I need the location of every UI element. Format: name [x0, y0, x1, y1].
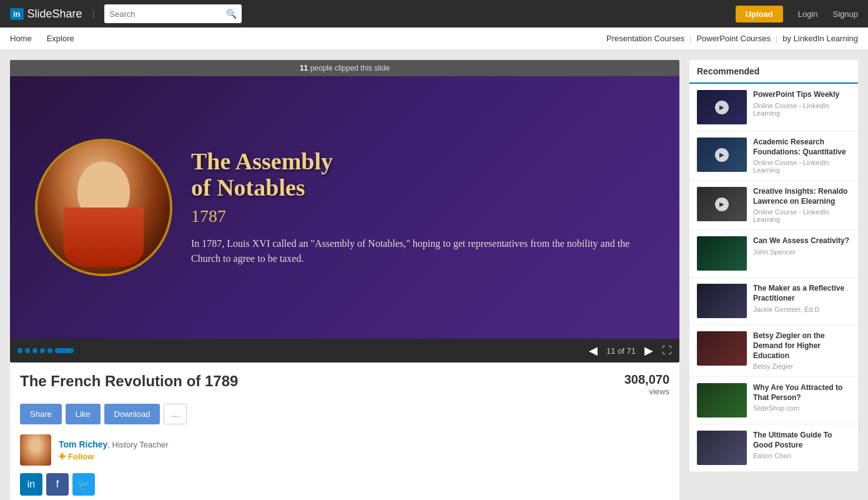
play-icon: ▶: [715, 148, 729, 162]
slide-body: In 1787, Louis XVI called an "Assembly o…: [191, 236, 661, 266]
follow-label: Follow: [68, 452, 94, 461]
rec-item-5[interactable]: Betsy Ziegler on the Demand for Higher E…: [689, 325, 858, 377]
author-section: Tom Richey, History Teacher ✚ Follow: [20, 434, 669, 466]
rec-sub-0: Online Course - LinkedIn Learning: [753, 102, 851, 117]
presentation-title: The French Revolution of 1789: [20, 372, 238, 390]
follow-button[interactable]: ✚ Follow: [59, 452, 94, 461]
rec-thumb-3: [697, 236, 747, 271]
signup-link[interactable]: Signup: [833, 9, 858, 19]
rec-item-1[interactable]: ▶ Academic Research Foundations: Quantit…: [689, 131, 858, 181]
header: in SlideShare | 🔍 Upload Login Signup: [0, 0, 868, 28]
portrait-circle: [35, 139, 172, 276]
author-avatar: [20, 434, 51, 466]
search-input[interactable]: [104, 7, 221, 21]
dot-2: [25, 348, 30, 353]
recommended-list: ▶ PowerPoint Tips Weekly Online Course -…: [689, 84, 858, 472]
prev-button[interactable]: ◀: [585, 342, 601, 359]
rec-title-6: Why Are You Attracted to That Person?: [753, 383, 851, 402]
dots-area: [17, 348, 580, 353]
search-button[interactable]: 🔍: [221, 9, 242, 19]
slide-controls: ◀ 11 of 71 ▶ ⛶: [10, 339, 679, 362]
dot-bar: [55, 348, 74, 353]
share-button[interactable]: Share: [20, 404, 62, 424]
info-section: The French Revolution of 1789 308,070 vi…: [10, 362, 679, 500]
title-views-row: The French Revolution of 1789 308,070 vi…: [20, 372, 669, 396]
dot-3: [32, 348, 37, 353]
twitter-share-button[interactable]: 🐦: [72, 473, 95, 496]
rec-sub-6: SlideShop.com: [753, 404, 851, 412]
rec-item-4[interactable]: The Maker as a Reflective Practitioner J…: [689, 278, 858, 325]
play-icon: ▶: [715, 101, 729, 114]
author-info: Tom Richey, History Teacher ✚ Follow: [59, 439, 169, 461]
clip-count: 11: [300, 64, 308, 72]
clip-bar: 11 people clipped this slide: [10, 60, 679, 76]
facebook-share-button[interactable]: f: [46, 473, 69, 496]
search-bar: 🔍: [104, 4, 242, 23]
rec-title-4: The Maker as a Reflective Practitioner: [753, 284, 851, 303]
follow-icon: ✚: [59, 452, 66, 461]
main-container: 11 people clipped this slide The Assembl…: [0, 50, 868, 500]
fullscreen-button[interactable]: ⛶: [662, 345, 672, 356]
rec-title-2: Creative Insights: Renaldo Lawrence on E…: [753, 187, 851, 206]
rec-title-3: Can We Assess Creativity?: [753, 236, 851, 246]
nav-bar: Home Explore Presentation Courses | Powe…: [0, 28, 868, 50]
right-column: Recommended ▶ PowerPoint Tips Weekly Onl…: [689, 60, 858, 500]
recommended-section: Recommended ▶ PowerPoint Tips Weekly Onl…: [689, 60, 858, 472]
rec-info-2: Creative Insights: Renaldo Lawrence on E…: [753, 187, 851, 223]
dot-4: [40, 348, 45, 353]
left-column: 11 people clipped this slide The Assembl…: [10, 60, 679, 500]
rec-item-3[interactable]: Can We Assess Creativity? John Spencer: [689, 230, 858, 278]
nav-powerpoint-courses[interactable]: PowerPoint Courses: [696, 34, 771, 43]
rec-sub-4: Jackie Gerstein, Ed.D: [753, 306, 851, 313]
author-name[interactable]: Tom Richey: [59, 439, 107, 449]
rec-title-5: Betsy Ziegler on the Demand for Higher E…: [753, 331, 851, 361]
more-button[interactable]: ...: [164, 404, 187, 424]
rec-info-0: PowerPoint Tips Weekly Online Course - L…: [753, 90, 851, 124]
logo-area: in SlideShare: [10, 8, 82, 21]
linkedin-share-button[interactable]: in: [20, 473, 42, 496]
slide-counter: 11 of 71: [606, 346, 636, 356]
nav-explore[interactable]: Explore: [47, 34, 74, 43]
rec-item-2[interactable]: ▶ Creative Insights: Renaldo Lawrence on…: [689, 181, 858, 230]
download-button[interactable]: Download: [104, 404, 160, 424]
slide-area[interactable]: The Assembly of Notables 1787 In 1787, L…: [10, 76, 679, 339]
rec-info-4: The Maker as a Reflective Practitioner J…: [753, 284, 851, 318]
rec-info-1: Academic Research Foundations: Quantitat…: [753, 138, 851, 174]
social-share: in f 🐦: [20, 473, 669, 496]
rec-thumb-6: [697, 383, 747, 418]
upload-button[interactable]: Upload: [736, 6, 783, 22]
like-button[interactable]: Like: [66, 404, 101, 424]
login-link[interactable]: Login: [798, 9, 818, 19]
rec-thumb-5: [697, 331, 747, 366]
rec-info-6: Why Are You Attracted to That Person? Sl…: [753, 383, 851, 418]
rec-sub-3: John Spencer: [753, 248, 851, 256]
rec-info-7: The Ultimate Guide To Good Posture Eason…: [753, 431, 851, 465]
rec-item-6[interactable]: Why Are You Attracted to That Person? Sl…: [689, 377, 858, 424]
views-number: 308,070: [624, 372, 669, 387]
dot-1: [17, 348, 22, 353]
nav-by-linkedin[interactable]: by LinkedIn Learning: [782, 34, 858, 43]
clip-text: people clipped this slide: [310, 64, 390, 72]
header-divider: |: [92, 9, 95, 19]
rec-sub-1: Online Course - LinkedIn Learning: [753, 159, 851, 174]
rec-thumb-0: ▶: [697, 90, 747, 124]
nav-presentation-courses[interactable]: Presentation Courses: [606, 34, 684, 43]
rec-info-5: Betsy Ziegler on the Demand for Higher E…: [753, 331, 851, 370]
next-button[interactable]: ▶: [641, 342, 657, 359]
rec-item-0[interactable]: ▶ PowerPoint Tips Weekly Online Course -…: [689, 84, 858, 131]
slideshow-wrapper: 11 people clipped this slide The Assembl…: [10, 60, 679, 362]
action-buttons: Share Like Download ...: [20, 404, 669, 424]
portrait-image: [37, 141, 170, 274]
slideshare-logo-text: SlideShare: [27, 8, 82, 21]
play-icon: ▶: [715, 198, 729, 211]
rec-thumb-2: ▶: [697, 187, 747, 221]
views-label: views: [624, 387, 669, 396]
views-count: 308,070 views: [624, 372, 669, 396]
rec-thumb-1: ▶: [697, 138, 747, 172]
rec-thumb-7: [697, 431, 747, 465]
rec-item-7[interactable]: The Ultimate Guide To Good Posture Eason…: [689, 424, 858, 472]
dot-5: [47, 348, 52, 353]
nav-home[interactable]: Home: [10, 34, 32, 43]
rec-title-1: Academic Research Foundations: Quantitat…: [753, 138, 851, 157]
rec-thumb-4: [697, 284, 747, 318]
